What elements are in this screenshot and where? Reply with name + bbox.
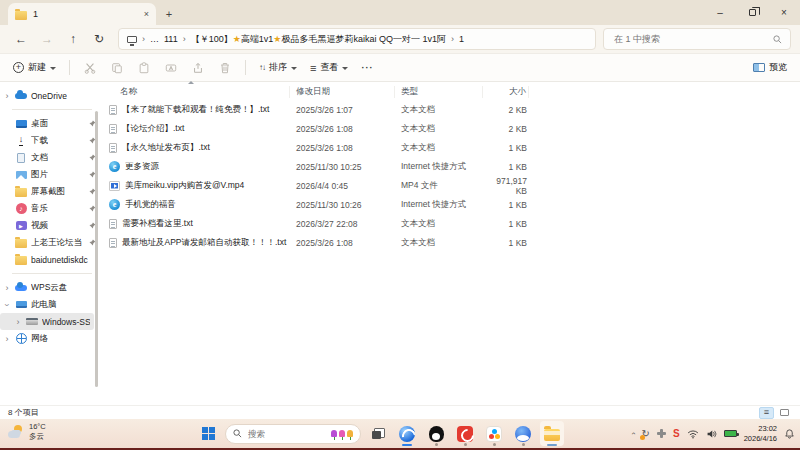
table-row[interactable]: 【论坛介绍】.txt 2025/3/26 1:08 文本文档 2 KB [100, 119, 800, 138]
share-button[interactable] [191, 61, 205, 75]
file-name: 【永久地址发布页】.txt [122, 142, 210, 154]
new-tab-button[interactable]: + [156, 3, 182, 25]
tray-app-icon[interactable] [657, 429, 666, 438]
up-button[interactable]: ↑ [61, 28, 85, 50]
copy-button[interactable] [110, 61, 124, 75]
column-header-name[interactable]: 名称 [100, 86, 290, 98]
delete-button[interactable] [218, 61, 232, 75]
sort-ascending-icon [188, 81, 194, 84]
taskbar-search-input[interactable] [246, 428, 327, 440]
breadcrumb-separator-icon: › [183, 34, 186, 44]
titlebar: 1 × + – × [0, 0, 800, 25]
table-row[interactable]: 更多资源 2025/11/30 10:25 Internet 快捷方式 1 KB [100, 157, 800, 176]
explorer-search-input[interactable] [612, 33, 773, 45]
more-options-button[interactable]: ··· [361, 63, 373, 73]
sidebar-item-videos[interactable]: ▶ 视频 [0, 217, 100, 234]
sidebar-item-desktop[interactable]: 桌面 [0, 115, 100, 132]
main-area: › OneDrive 桌面 ↓ 下载 文档 图片 屏幕截图 [0, 83, 800, 405]
view-button[interactable]: ≡ 查看 [310, 61, 348, 74]
table-row[interactable]: 【永久地址发布页】.txt 2025/3/26 1:08 文本文档 1 KB [100, 138, 800, 157]
text-file-icon [109, 105, 117, 115]
chevron-down-icon[interactable]: › [2, 301, 12, 309]
s-app-tray-icon[interactable] [673, 429, 680, 439]
file-name: 美库meiku.vip内购首发@V.mp4 [125, 180, 244, 192]
blue-globe-app-button[interactable] [511, 421, 535, 446]
item-count: 8 个项目 [8, 407, 39, 418]
sidebar-item-music[interactable]: ♪ 音乐 [0, 200, 100, 217]
close-button[interactable]: × [768, 0, 800, 24]
sidebar-item-downloads[interactable]: ↓ 下载 [0, 132, 100, 149]
sidebar-item-documents[interactable]: 文档 [0, 149, 100, 166]
sidebar-item-this-pc[interactable]: › 此电脑 [0, 296, 100, 313]
tab-close-icon[interactable]: × [144, 10, 149, 19]
breadcrumb-item-111[interactable]: 111 [164, 34, 178, 44]
breadcrumb-separator-icon: › [451, 34, 454, 44]
details-view-toggle[interactable]: ≡ [759, 407, 774, 419]
sidebar-item-pictures[interactable]: 图片 [0, 166, 100, 183]
breadcrumb-current[interactable]: 1 [459, 34, 464, 44]
paste-button[interactable] [137, 61, 151, 75]
sidebar-item-onedrive[interactable]: › OneDrive [0, 87, 100, 104]
chevron-right-icon[interactable]: › [14, 317, 22, 327]
breadcrumb-ellipsis[interactable]: … [150, 34, 159, 44]
sidebar-item-forum-folder[interactable]: 上老王论坛当 [0, 234, 100, 251]
wifi-icon[interactable] [687, 429, 699, 439]
preview-toggle[interactable]: 预览 [753, 61, 787, 74]
cut-button[interactable] [83, 61, 97, 75]
file-size: 2 KB [483, 124, 529, 134]
qq-app-button[interactable] [424, 421, 448, 446]
sidebar-item-baidu-folder[interactable]: baidunetdiskdc [0, 251, 100, 268]
chevron-right-icon[interactable]: › [3, 91, 11, 101]
volume-icon[interactable] [706, 429, 717, 439]
sync-tray-icon[interactable]: ↻ [642, 429, 650, 439]
browser-app-button[interactable] [395, 421, 419, 446]
clock-date: 2026/4/16 [744, 434, 777, 443]
column-header-size[interactable]: 大小 [483, 86, 529, 98]
taskbar-search-box[interactable] [225, 424, 361, 444]
table-row[interactable]: 需要补档看这里.txt 2026/3/27 22:08 文本文档 1 KB [100, 214, 800, 233]
notification-bell-icon[interactable] [784, 428, 795, 440]
ellipsis-icon: ··· [361, 63, 373, 73]
rename-button[interactable] [164, 61, 178, 75]
breadcrumb-folder-text: 极品多毛黑逼梦莉kaikai QQ一对一 1v1阿 [281, 34, 446, 44]
status-bar: 8 个项目 ≡ [0, 405, 800, 419]
sidebar-item-screenshots[interactable]: 屏幕截图 [0, 183, 100, 200]
table-row[interactable]: 【来了就能下载和观看！纯免费！】.txt 2025/3/26 1:07 文本文档… [100, 100, 800, 119]
sort-button[interactable]: ↑↓ 排序 [259, 61, 297, 74]
weather-temperature: 16°C [29, 422, 46, 432]
weather-widget[interactable]: 16°C 多云 [8, 422, 46, 442]
battery-icon[interactable] [724, 430, 737, 437]
breadcrumb-folder[interactable]: 【￥100】★高端1v1★极品多毛黑逼梦莉kaikai QQ一对一 1v1阿 [191, 33, 446, 46]
sidebar-item-network[interactable]: › 网络 [0, 330, 100, 347]
restore-button[interactable] [736, 0, 768, 24]
new-button[interactable]: + 新建 [13, 61, 56, 74]
chevron-right-icon[interactable]: › [3, 283, 11, 293]
sidebar-item-windows-ssd[interactable]: › Windows-SSD [0, 313, 94, 330]
refresh-button[interactable]: ↻ [87, 28, 111, 50]
chevron-right-icon[interactable]: › [3, 334, 11, 344]
start-button[interactable] [196, 421, 220, 446]
table-row[interactable]: 手机党的福音 2025/11/30 10:26 Internet 快捷方式 1 … [100, 195, 800, 214]
clock-widget[interactable]: 23:02 2026/4/16 [744, 424, 777, 443]
file-date: 2025/11/30 10:26 [290, 200, 395, 210]
sidebar-item-wps-cloud[interactable]: › WPS云盘 [0, 279, 100, 296]
table-row[interactable]: 最新地址及APP请发邮箱自动获取！！！.txt 2025/3/26 1:08 文… [100, 233, 800, 252]
back-button[interactable]: ← [9, 28, 33, 50]
explorer-tab[interactable]: 1 × [8, 3, 156, 25]
hidden-icons-chevron-icon[interactable]: › [629, 432, 638, 435]
computer-icon [16, 301, 27, 308]
music-app-button[interactable] [453, 421, 477, 446]
address-bar[interactable]: › … 111 › 【￥100】★高端1v1★极品多毛黑逼梦莉kaikai QQ… [118, 28, 596, 50]
file-explorer-button[interactable] [540, 421, 564, 446]
sidebar-label: 上老王论坛当 [31, 237, 82, 249]
table-row[interactable]: 美库meiku.vip内购首发@V.mp4 2026/4/4 0:45 MP4 … [100, 176, 800, 195]
forward-button[interactable]: → [35, 28, 59, 50]
column-header-date[interactable]: 修改日期 [290, 86, 395, 98]
explorer-search-box[interactable] [603, 28, 791, 50]
netdisk-app-button[interactable] [482, 421, 506, 446]
task-view-button[interactable] [366, 421, 390, 446]
sidebar-scrollbar[interactable] [95, 111, 98, 387]
minimize-button[interactable]: – [704, 0, 736, 24]
thumbnail-view-toggle[interactable] [777, 407, 792, 419]
column-header-type[interactable]: 类型 [395, 86, 483, 98]
